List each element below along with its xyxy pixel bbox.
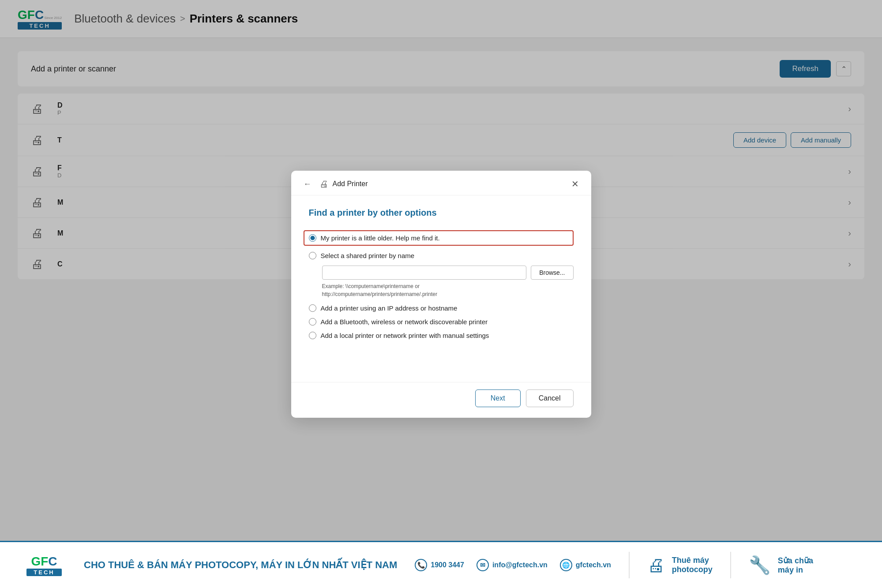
shared-printer-input-row: Browse... [322,266,574,280]
banner-divider [629,552,630,578]
shared-printer-example: Example: \\computername\printername orht… [322,282,574,298]
radio-option-shared-printer[interactable]: Select a shared printer by name [309,252,574,259]
banner-website-url: gfctech.vn [576,561,611,569]
radio-input-ip-printer[interactable] [309,304,316,312]
shared-printer-name-input[interactable] [322,266,527,280]
radio-label-ip-printer: Add a printer using an IP address or hos… [321,304,458,312]
dialog-printer-icon: 🖨 [319,179,328,189]
banner-service-photocopy: 🖨 Thuê máyphotocopy [647,555,713,575]
add-printer-dialog: ← 🖨 Add Printer ✕ Find a printer by othe… [291,171,591,418]
banner-service-repair: 🔧 Sửa chữamáy in [749,555,813,576]
radio-label-shared-printer: Select a shared printer by name [321,252,415,259]
radio-input-local-printer[interactable] [309,332,316,339]
dialog-footer: Next Cancel [291,382,591,418]
browse-button[interactable]: Browse... [531,266,573,280]
dialog-body: Find a printer by other options My print… [291,195,591,382]
banner-phone: 📞 1900 3447 [415,559,464,571]
banner-service-photocopy-label: Thuê máyphotocopy [672,556,713,574]
dialog-back-button[interactable]: ← [300,178,315,191]
radio-option-local-printer[interactable]: Add a local printer or network printer w… [309,332,574,339]
banner-divider-2 [730,552,731,578]
bottom-banner: G F C TECH CHO THUÊ & BÁN MÁY PHOTOCOPY,… [0,541,882,588]
dialog-title-text: Add Printer [333,180,368,188]
dialog-titlebar: ← 🖨 Add Printer ✕ [291,171,591,195]
radio-input-shared-printer[interactable] [309,252,316,259]
dialog-heading: Find a printer by other options [309,208,574,218]
dialog-close-button[interactable]: ✕ [568,178,582,190]
banner-email: ✉ info@gfctech.vn [477,559,548,571]
radio-option-bluetooth-printer[interactable]: Add a Bluetooth, wireless or network dis… [309,318,574,326]
banner-phone-number: 1900 3447 [431,561,464,569]
banner-service-repair-label: Sửa chữamáy in [778,556,813,575]
banner-contacts: 📞 1900 3447 ✉ info@gfctech.vn 🌐 gfctech.… [415,559,611,571]
cancel-button[interactable]: Cancel [526,390,574,407]
repair-icon: 🔧 [749,555,771,576]
radio-label-local-printer: Add a local printer or network printer w… [321,332,489,339]
radio-input-older-printer[interactable] [309,234,316,242]
banner-logo: G F C TECH [26,554,62,576]
radio-option-ip-printer[interactable]: Add a printer using an IP address or hos… [309,304,574,312]
banner-website: 🌐 gfctech.vn [560,559,611,571]
radio-input-bluetooth-printer[interactable] [309,318,316,326]
radio-option-older-printer[interactable]: My printer is a little older. Help me fi… [304,230,574,246]
photocopy-icon: 🖨 [647,555,665,575]
banner-main-text: CHO THUÊ & BÁN MÁY PHOTOCOPY, MÁY IN LỚN… [84,559,397,571]
next-button[interactable]: Next [475,390,521,407]
banner-email-address: info@gfctech.vn [492,561,548,569]
shared-printer-sub: Browse... Example: \\computername\printe… [322,266,574,298]
modal-overlay: ← 🖨 Add Printer ✕ Find a printer by othe… [0,0,882,588]
phone-icon: 📞 [415,559,427,571]
email-icon: ✉ [477,559,489,571]
radio-label-bluetooth-printer: Add a Bluetooth, wireless or network dis… [321,318,488,326]
radio-label-older-printer: My printer is a little older. Help me fi… [321,234,440,242]
globe-icon: 🌐 [560,559,572,571]
